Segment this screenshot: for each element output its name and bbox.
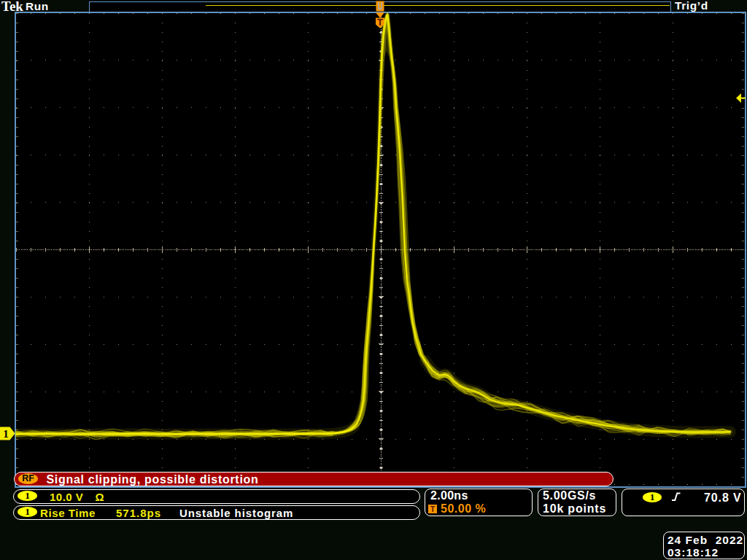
svg-text:T: T	[377, 17, 383, 28]
svg-text:1: 1	[3, 428, 9, 440]
